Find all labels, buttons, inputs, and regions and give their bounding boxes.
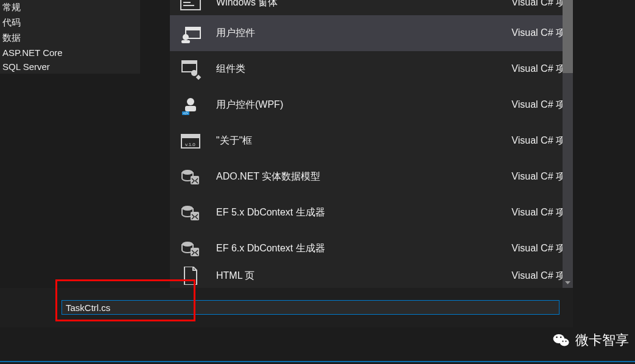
svg-rect-11	[196, 74, 201, 79]
svg-point-19	[182, 170, 193, 175]
ef-icon	[180, 166, 202, 188]
template-item-user-control-wpf[interactable]: </> 用户控件(WPF) Visual C# 项	[170, 87, 573, 123]
template-label: ADO.NET 实体数据模型	[216, 170, 511, 183]
winform-icon	[180, 0, 202, 13]
template-label: HTML 页	[216, 270, 511, 282]
sidebar-item-code[interactable]: 代码	[2, 15, 140, 30]
svg-point-23	[182, 242, 193, 247]
template-item-windows-form[interactable]: Windows 窗体 Visual C# 项	[170, 0, 573, 15]
template-lang: Visual C# 项	[511, 99, 566, 111]
template-lang: Visual C# 项	[511, 170, 566, 183]
watermark-text: 微卡智享	[575, 331, 629, 349]
watermark: 微卡智享	[552, 331, 629, 349]
component-icon	[180, 58, 202, 80]
svg-text:v.1.0: v.1.0	[185, 142, 195, 147]
category-sidebar: 常规 代码 数据 ASP.NET Core SQL Server	[0, 0, 140, 74]
scrollbar-down-arrow[interactable]	[563, 278, 573, 288]
sidebar-item-label: 常规	[2, 2, 21, 12]
svg-point-10	[191, 70, 197, 76]
html-icon	[180, 267, 202, 285]
sidebar-item-sqlserver[interactable]: SQL Server	[2, 60, 140, 74]
bottom-divider	[0, 361, 635, 362]
svg-point-29	[562, 341, 563, 342]
sidebar-item-aspnet[interactable]: ASP.NET Core	[2, 46, 140, 60]
file-name-input[interactable]	[61, 300, 560, 315]
usercontrol-wpf-icon: </>	[180, 94, 202, 116]
sidebar-item-label: ASP.NET Core	[2, 47, 63, 58]
svg-point-12	[187, 98, 194, 105]
template-lang: Visual C# 项	[511, 206, 566, 219]
sidebar-item-data[interactable]: 数据	[2, 30, 140, 46]
template-list-scrollbar[interactable]	[563, 0, 573, 288]
template-lang: Visual C# 项	[511, 27, 566, 40]
svg-rect-9	[182, 61, 197, 64]
template-label: "关于"框	[216, 135, 511, 147]
template-item-user-control[interactable]: 用户控件 Visual C# 项	[170, 15, 573, 51]
template-lang: Visual C# 项	[511, 0, 566, 9]
svg-text:</>: </>	[183, 111, 189, 115]
about-box-icon: v.1.0	[180, 130, 202, 152]
template-label: EF 5.x DbContext 生成器	[216, 206, 511, 219]
template-item-about-box[interactable]: v.1.0 "关于"框 Visual C# 项	[170, 123, 573, 159]
usercontrol-icon	[180, 23, 202, 44]
svg-point-30	[565, 341, 566, 342]
template-item-ef6-dbcontext[interactable]: EF 6.x DbContext 生成器 Visual C# 项	[170, 231, 573, 267]
svg-point-6	[183, 34, 189, 40]
template-label: 用户控件(WPF)	[216, 99, 511, 111]
svg-point-21	[182, 206, 193, 211]
template-lang: Visual C# 项	[511, 63, 566, 75]
template-item-adonet-edm[interactable]: ADO.NET 实体数据模型 Visual C# 项	[170, 159, 573, 195]
template-label: 组件类	[216, 63, 511, 75]
svg-point-26	[560, 338, 569, 346]
sidebar-item-general[interactable]: 常规	[2, 0, 140, 15]
sidebar-item-label: 代码	[2, 17, 21, 27]
svg-rect-7	[181, 40, 190, 43]
sidebar-item-label: SQL Server	[2, 61, 50, 72]
svg-rect-2	[183, 2, 191, 3]
svg-rect-5	[186, 27, 200, 30]
template-label: EF 6.x DbContext 生成器	[216, 242, 511, 255]
template-item-ef5-dbcontext[interactable]: EF 5.x DbContext 生成器 Visual C# 项	[170, 195, 573, 231]
template-list: Windows 窗体 Visual C# 项 用户控件 Visual C# 项 …	[170, 0, 573, 288]
template-lang: Visual C# 项	[511, 270, 566, 282]
sidebar-item-label: 数据	[2, 32, 21, 43]
template-item-html-page[interactable]: HTML 页 Visual C# 项	[170, 267, 573, 285]
ef-icon	[180, 238, 202, 260]
template-lang: Visual C# 项	[511, 242, 566, 255]
svg-rect-17	[181, 135, 200, 138]
template-item-component[interactable]: 组件类 Visual C# 项	[170, 51, 573, 87]
svg-rect-13	[185, 106, 196, 111]
svg-point-27	[556, 337, 558, 338]
svg-rect-3	[183, 5, 194, 6]
svg-point-28	[560, 337, 562, 338]
template-lang: Visual C# 项	[511, 135, 566, 147]
scrollbar-thumb[interactable]	[563, 0, 573, 73]
ef-icon	[180, 202, 202, 224]
template-label: 用户控件	[216, 27, 511, 40]
wechat-icon	[552, 331, 570, 349]
template-label: Windows 窗体	[216, 0, 511, 9]
